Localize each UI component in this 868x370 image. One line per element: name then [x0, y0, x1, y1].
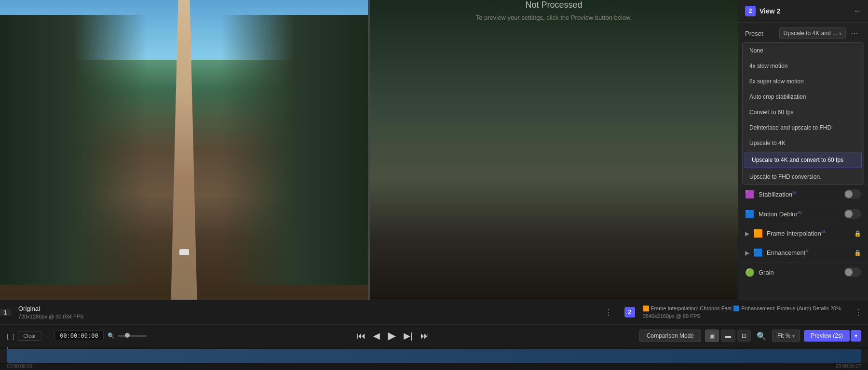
enhancement-icon: 🟦: [753, 248, 763, 257]
dropdown-item-8x-slow[interactable]: 8x super slow motion: [743, 74, 864, 89]
sidebar-close-btn[interactable]: ←: [854, 7, 861, 15]
dropdown-item-upscale-4k[interactable]: Upscale to 4K: [743, 135, 864, 151]
stabilization-label: StabilizationAI: [759, 190, 797, 198]
preset-row: Preset Upscale to 4K and ... ▾ ⋯: [738, 23, 868, 44]
dropdown-item-auto-crop[interactable]: Auto crop stabilization: [743, 89, 864, 105]
frame-interpolation-right: 🔒: [854, 230, 861, 237]
video-panel-right: Not Processed To preview your settings, …: [370, 0, 738, 300]
stabilization-row: 🟪 StabilizationAI: [738, 184, 868, 204]
fit-btn[interactable]: Fit % ▾: [772, 330, 800, 342]
timecode-display[interactable]: 00:00:00:00: [54, 330, 103, 341]
frame-interpolation-lock: 🔒: [854, 230, 861, 237]
frame-interpolation-row: ▶ 🟧 Frame InterpolationAI 🔒: [738, 224, 868, 243]
stabilization-icon: 🟪: [745, 190, 755, 199]
main-area: Not Processed To preview your settings, …: [0, 0, 868, 300]
play-btn[interactable]: ▶: [385, 328, 399, 344]
fit-chevron: ▾: [792, 333, 795, 339]
skip-to-start-btn[interactable]: ⏮: [354, 329, 368, 343]
zoom-icon: 🔍: [108, 332, 115, 339]
processed-clip-info: 🟧 Frame Interpolation: Chronos Fast 🟦 En…: [635, 301, 849, 324]
clip-tags: 🟧 Frame Interpolation: Chronos Fast 🟦 En…: [643, 305, 841, 312]
motion-deblur-label: Motion DeblurAI: [759, 210, 801, 218]
motion-deblur-row: 🟦 Motion DeblurAI: [738, 204, 868, 224]
timeline-end: 00:00:34:27: [836, 364, 861, 369]
preset-value: Upscale to 4K and ...: [784, 30, 837, 37]
panel-divider[interactable]: [368, 0, 370, 300]
preset-chevron: ▾: [839, 31, 841, 36]
original-menu-btn[interactable]: ⋮: [599, 308, 618, 317]
dropdown-item-deinterlace[interactable]: Deinterlace and upscale to FHD: [743, 120, 864, 135]
preset-label: Preset: [745, 30, 763, 37]
frame-back-btn[interactable]: ◀: [370, 329, 383, 343]
stabilization-toggle[interactable]: [844, 189, 861, 199]
dropdown-item-convert-60[interactable]: Convert to 60 fps: [743, 105, 864, 120]
motion-deblur-toggle[interactable]: [844, 209, 861, 219]
clip-fps: 3840x2160px @ 60 FPS: [643, 313, 841, 319]
comparison-mode-btn[interactable]: Comparison Mode: [639, 330, 701, 342]
video-panel-left: [0, 0, 368, 300]
view-mode-overlay[interactable]: ⊡: [737, 330, 751, 342]
dropdown-item-upscale-fhd[interactable]: Upscale to FHD conversion.: [743, 169, 864, 185]
motion-deblur-ai: AI: [798, 210, 802, 215]
clip-info-bar: 1 Original 720x1280px @ 30.034 FPS ⋮ 2 🟧…: [0, 300, 868, 325]
transport-controls: ⏮ ◀ ▶ ▶| ⏭: [354, 328, 432, 344]
view-label: 2 View 2: [745, 6, 780, 16]
grain-left: 🟢 Grain: [745, 268, 774, 277]
clip-processed-details: 🟧 Frame Interpolation: Chronos Fast 🟦 En…: [643, 305, 841, 319]
enhancement-right: 🔒: [854, 250, 861, 256]
enhancement-lock: 🔒: [854, 250, 861, 256]
dropdown-item-4x-slow[interactable]: 4x slow motion: [743, 58, 864, 74]
enhancement-ai: AI: [805, 249, 810, 253]
view-mode-btns: ▣ ▬ ⊡: [705, 330, 751, 342]
timeline-timestamps: 00:00:00:00 00:00:34:27: [0, 363, 868, 370]
not-processed-overlay: Not Processed To preview your settings, …: [370, 0, 738, 21]
frame-interpolation-left: ▶ 🟧 Frame InterpolationAI: [745, 229, 825, 238]
dropdown-item-upscale-4k-60[interactable]: Upscale to 4K and convert to 60 fps: [745, 152, 862, 168]
timeline-start: 00:00:00:00: [7, 364, 32, 369]
timeline-track[interactable]: [0, 349, 868, 363]
zoom-search-icon: 🔍: [757, 331, 766, 341]
timeline-clip[interactable]: [7, 349, 861, 363]
frame-interpolation-expand[interactable]: ▶: [745, 230, 749, 237]
view-number: 2: [745, 6, 756, 16]
grain-row: 🟢 Grain: [738, 262, 868, 282]
grain-icon: 🟢: [745, 268, 755, 277]
stabilization-ai: AI: [792, 190, 797, 195]
preview-btn[interactable]: Preview (2s): [804, 330, 850, 342]
dropdown-item-none[interactable]: None: [743, 43, 864, 58]
enhancement-left: ▶ 🟦 EnhancementAI: [745, 248, 810, 257]
frame-interpolation-label: Frame InterpolationAI: [767, 229, 825, 237]
view-mode-side-by-side[interactable]: ▣: [705, 330, 719, 342]
view-mode-single[interactable]: ▬: [721, 330, 735, 342]
enhancement-row: ▶ 🟦 EnhancementAI 🔒: [738, 243, 868, 262]
not-processed-title: Not Processed: [370, 0, 738, 10]
frame-fwd-btn[interactable]: ▶|: [401, 329, 416, 343]
controls-bar: [ ] Clear · 00:00:00:00 🔍 ⏮ ◀ ▶ ▶| ⏭ Com…: [0, 325, 868, 347]
processed-menu-btn[interactable]: ⋮: [849, 308, 868, 317]
not-processed-sub: To preview your settings, click the Prev…: [370, 14, 738, 21]
motion-deblur-left: 🟦 Motion DeblurAI: [745, 210, 801, 219]
timeline-playhead[interactable]: [7, 347, 8, 349]
zoom-slider[interactable]: [118, 335, 147, 337]
end-bracket[interactable]: ]: [13, 332, 14, 340]
enhancement-expand[interactable]: ▶: [745, 250, 749, 256]
zoom-area: 🔍: [108, 332, 147, 339]
preview-dropdown-btn[interactable]: ▾: [851, 330, 861, 342]
skip-to-end-btn[interactable]: ⏭: [418, 329, 432, 343]
panel2-number: 2: [624, 307, 635, 317]
motion-deblur-icon: 🟦: [745, 210, 755, 219]
frame-interpolation-ai: AI: [821, 229, 826, 234]
preset-select[interactable]: Upscale to 4K and ... ▾: [779, 27, 846, 39]
sidebar-header: 2 View 2 ←: [738, 0, 868, 23]
original-clip-info: Original 720x1280px @ 30.034 FPS: [11, 300, 599, 324]
clear-btn[interactable]: Clear: [18, 331, 41, 341]
timeline: 00:00:00:00 00:00:34:27: [0, 347, 868, 370]
stabilization-left: 🟪 StabilizationAI: [745, 190, 797, 199]
original-title: Original: [18, 305, 591, 312]
preset-more-btn[interactable]: ⋯: [848, 28, 861, 39]
panel1-number: 1: [3, 309, 7, 316]
original-resolution: 720x1280px @ 30.034 FPS: [18, 314, 591, 319]
view-title: View 2: [760, 7, 780, 15]
grain-toggle[interactable]: [844, 267, 861, 277]
start-bracket[interactable]: [: [7, 332, 9, 340]
